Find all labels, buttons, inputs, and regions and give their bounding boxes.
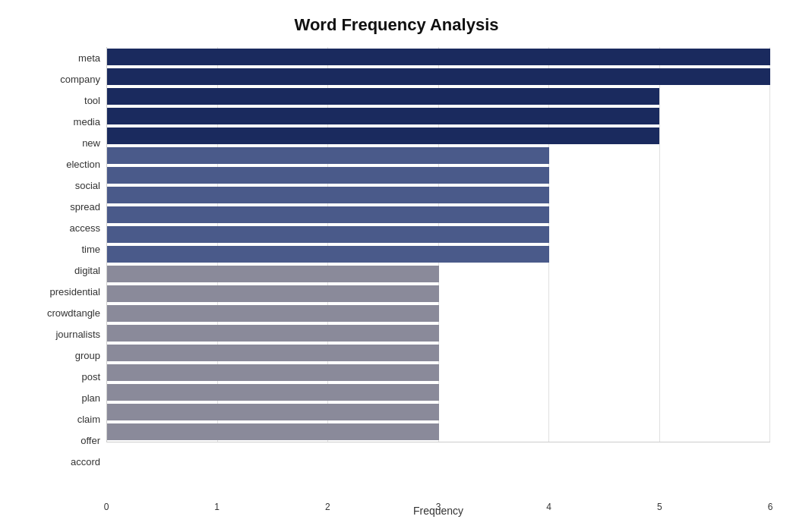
y-label: plan xyxy=(81,393,100,403)
bar-row xyxy=(107,382,770,402)
bar xyxy=(107,423,439,440)
bar xyxy=(107,68,770,85)
bar-row xyxy=(107,284,770,304)
chart-title: Word Frequency Analysis xyxy=(23,15,770,35)
bar xyxy=(107,108,659,124)
y-axis-labels: metacompanytoolmedianewelectionsocialspr… xyxy=(23,47,106,473)
y-label: offer xyxy=(81,436,100,445)
bar xyxy=(107,88,659,105)
bar-row xyxy=(107,67,770,87)
y-label: claim xyxy=(77,414,100,424)
y-label: social xyxy=(75,181,100,190)
chart-container: Word Frequency Analysis metacompanytoolm… xyxy=(0,0,793,532)
bar xyxy=(107,187,549,203)
bar-row xyxy=(107,363,770,382)
bar xyxy=(107,226,549,243)
y-label: new xyxy=(82,138,100,148)
bar-row xyxy=(107,343,770,363)
bars-area xyxy=(106,47,770,442)
bar xyxy=(107,206,549,223)
bar xyxy=(107,364,439,381)
y-label: journalists xyxy=(55,329,100,339)
bars-wrapper: 0123456 Frequency xyxy=(106,47,770,473)
y-label: tool xyxy=(84,96,100,105)
bar xyxy=(107,345,439,361)
bar xyxy=(107,49,770,65)
bar-row xyxy=(107,323,770,343)
bar xyxy=(107,266,439,282)
y-label: access xyxy=(70,223,100,233)
y-label: media xyxy=(74,117,100,127)
y-label: presidential xyxy=(50,287,101,297)
bar xyxy=(107,325,439,342)
bar-row xyxy=(107,205,770,225)
y-label: meta xyxy=(78,53,100,63)
y-label: post xyxy=(81,372,100,382)
bar-row xyxy=(107,126,770,146)
bar xyxy=(107,246,549,263)
bar xyxy=(107,167,549,184)
x-axis-title: Frequency xyxy=(106,505,770,517)
y-label: time xyxy=(81,244,100,254)
bar xyxy=(107,285,439,302)
y-label: company xyxy=(60,74,100,84)
bar-row xyxy=(107,185,770,205)
y-label: accord xyxy=(71,457,100,467)
bar xyxy=(107,384,439,401)
y-label: digital xyxy=(74,266,100,275)
bar-row xyxy=(107,87,770,106)
bar-row xyxy=(107,146,770,165)
bar-row xyxy=(107,225,770,244)
bar-row xyxy=(107,264,770,284)
y-label: spread xyxy=(70,202,100,212)
bar-row xyxy=(107,165,770,185)
chart-area: metacompanytoolmedianewelectionsocialspr… xyxy=(23,47,770,473)
bar-row xyxy=(107,106,770,126)
bar-row xyxy=(107,47,770,67)
bar xyxy=(107,305,439,322)
bar xyxy=(107,147,549,164)
y-label: crowdtangle xyxy=(47,308,100,318)
bar-row xyxy=(107,244,770,264)
y-label: election xyxy=(66,159,100,169)
bar xyxy=(107,127,659,144)
bar-row xyxy=(107,402,770,422)
bar-row xyxy=(107,304,770,323)
y-label: group xyxy=(75,351,100,360)
bar-row xyxy=(107,422,770,442)
bar xyxy=(107,404,439,420)
